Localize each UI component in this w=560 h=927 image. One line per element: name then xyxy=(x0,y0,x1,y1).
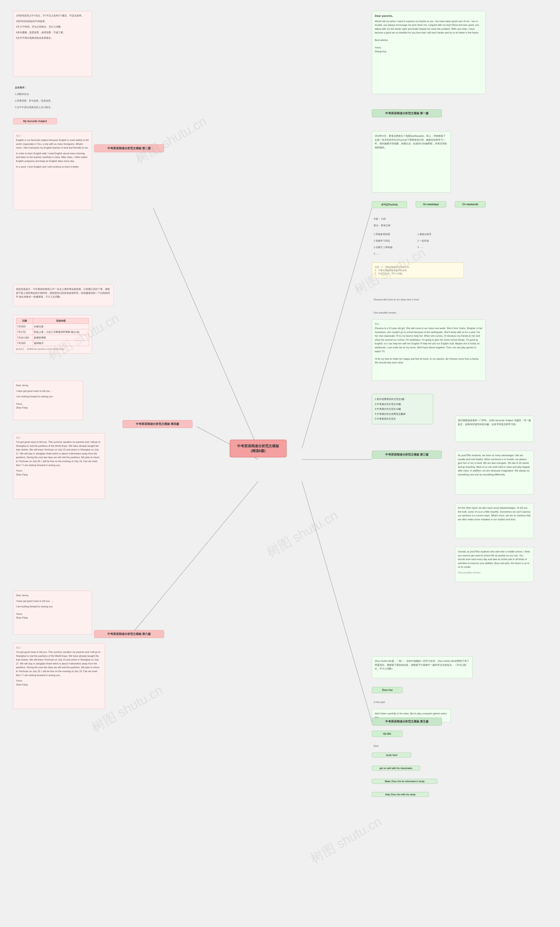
notes-text: 注意：1、字数控制在80-100词左右。 2、不要出现你的姓名和学校名称。 3、… xyxy=(375,265,461,275)
branch-5-label: 中考英语阅读分析范文模板 第五篇 xyxy=(385,720,429,723)
watermark-1: 树图 shutu.cn xyxy=(132,112,210,168)
schedule-row-3: 7月18-19日 参观世博馆 xyxy=(16,335,89,340)
req2: 2.应事清楚，有句连续，语直连贯。 xyxy=(13,99,55,103)
article1-letter: Dear parents, Words fail me when I want … xyxy=(372,11,486,94)
article1-item1: 1.带她参观校园 xyxy=(372,232,392,237)
essay1-closing: I'll do my best to make her happy and fe… xyxy=(375,357,483,365)
article5-intro: Zhou HuiGe Bin是，一组一，活动中他俩的一对学习伙伴。Zhou Hu… xyxy=(372,656,472,678)
ge-bin-node: Ge Bin xyxy=(372,731,402,737)
schedule-row-1: 7月15日 从家出发 xyxy=(16,324,89,329)
zhuoma-name-node: 卓玛(Zhuoma) xyxy=(372,201,407,208)
article1-para2-zh: 2010年4月，青海玉树发生了地震(earthquake)。班上，学校收留了女孩… xyxy=(375,134,448,149)
article3-overall: Overall, as post790s students who will e… xyxy=(455,547,534,582)
article1-item4: 4.…… xyxy=(372,252,382,255)
article3-body1: As post790s students, we have so many ad… xyxy=(455,451,534,494)
in-the-past-label: In the past xyxy=(372,700,387,704)
watermark-4: 树图 shutu.cn xyxy=(263,506,341,562)
article4-letter-template: Dear Jenny, I have got good news to tell… xyxy=(13,381,83,420)
svg-line-5 xyxy=(131,481,258,634)
article1-notes: 注意：1、字数控制在80-100词左右。 2、不要出现你的姓名和学校名称。 3、… xyxy=(372,263,464,278)
overall-hint: 总体要求： xyxy=(13,85,29,90)
fanwen-item-3: 3.中考满分作文范文10篇 xyxy=(375,407,430,412)
essay1-body: Zhuoma is a 13-year-old girl. She will c… xyxy=(375,327,483,353)
fanwen-item-2: 2.中考满分作文范文20篇 xyxy=(375,402,430,407)
article1-item3: 3.在餐厅上帮助她 xyxy=(372,245,394,250)
article1-closing1: Best wishes, xyxy=(375,38,483,42)
zhuoma-intro: Zhuoma will come to our class next 's fr… xyxy=(372,298,421,301)
hometown-label: 家乡：青海玉树 xyxy=(372,223,392,228)
req1: 1.词数80左右 xyxy=(13,92,31,96)
on-weekends: On weekends xyxy=(462,203,478,206)
branch-3-label: 中考英语阅读分析范文模板 第三篇 xyxy=(385,453,429,456)
branch-1-label: 中考英语阅读分析范文模板 第一篇 xyxy=(385,112,429,115)
on-weekdays-node: On weekdays xyxy=(416,201,446,207)
article1-sub1: 1.邀她去家里 xyxy=(416,232,433,237)
svg-line-4 xyxy=(302,481,372,722)
on-weekends-node: On weekends xyxy=(455,201,486,207)
article2-essay-body: 范文： English is my favourite subject beca… xyxy=(13,131,92,210)
now-label: Now xyxy=(372,744,380,748)
date-col-header: 日期 xyxy=(16,318,33,324)
article2-requirements: 1内容包括至少3个优点，2个不足之处和1个建议，可适当发挥。 2/85号内内容如… xyxy=(13,11,92,77)
article1-sub3: 3.…… xyxy=(416,245,426,249)
article1-essay-body: 范文： Zhuoma is a 13-year-old girl. She wi… xyxy=(372,319,486,381)
schedule-row-2: 7月17日 到达上海，入住汇天商酒店时博展 场(公会) xyxy=(16,329,89,335)
article1-body: Words fail me when I want to express my … xyxy=(375,20,483,35)
article6-letter: Dear Jenny, I have got good news to tell… xyxy=(13,591,92,634)
fanwen-item-4: 4.中考满分作文优秀范文翻译 xyxy=(375,412,430,416)
branch-4-label: 中考英语阅读分析范文模板 第四篇 xyxy=(136,422,179,426)
watermark-6: 树图 shutu.cn xyxy=(307,813,385,868)
req3: 3.文中不得出现真实的人名与校名。 xyxy=(13,105,55,109)
article4-essay: 范文： I've got good news to tell you. This… xyxy=(13,433,105,499)
zhuoma-name: 卓玛(Zhuoma) xyxy=(381,203,398,206)
branch-6: 中考英语阅读分析范文模板 第六篇 xyxy=(94,630,164,638)
branch-3: 中考英语阅读分析范文模板 第三篇 xyxy=(372,451,442,459)
article4-intro: 假设你是赵方，今年暑假你将和心中一名去上海世博会园览展。父母都已买好了票，请根据… xyxy=(13,284,114,306)
schedule-row-4: 7月20日 返回镇川 xyxy=(16,340,89,346)
article1-scenario: 2010年4月，青海玉树发生了地震(earthquake)。班上，学校收留了女孩… xyxy=(372,131,451,193)
central-title: 中考英语阅读分析范文模板(精选6篇) xyxy=(237,444,279,453)
age-label: 年龄：13岁 xyxy=(372,217,388,221)
activity-col-header: 活动内容 xyxy=(33,318,89,324)
svg-line-1 xyxy=(153,208,258,448)
help-zhou-node: Help Zhou Hui with his study xyxy=(372,792,429,797)
fanwen-list: 1.初中优秀英语作文范文5篇 2.中考满分作文范文20篇 3.中考满分作文范文1… xyxy=(372,394,433,424)
zhou-hui-node: Zhou Hui xyxy=(372,687,402,693)
branch-4: 中考英语阅读分析范文模板 第四篇 xyxy=(123,420,193,428)
branch-2-label: 中考英语阅读分析范文模板 第二篇 xyxy=(108,147,151,150)
one-possible-1: One possible version: xyxy=(372,311,399,315)
article3-intro: 请仔细阅读读者的一门学科，以My favourite Subject 为题目，写… xyxy=(455,416,534,442)
fanwen-item-1: 1.初中优秀英语作文范文5篇 xyxy=(375,397,430,402)
fanwen-item-5: 5.中考英语作文范文 xyxy=(375,416,430,421)
article1-closing2: Yours, xyxy=(375,46,483,50)
central-node: 中考英语阅读分析范文模板(精选6篇) xyxy=(230,440,287,457)
article1-heading: Dear parents, xyxy=(375,14,483,18)
article1-sub2: 2.一起吃饭 xyxy=(416,239,431,243)
branch-6-label: 中考英语阅读分析范文模板 第六篇 xyxy=(108,632,151,635)
article4-schedule: 日期 活动内容 7月15日 从家出发 7月17日 到达上海，入住汇天商酒店时博展… xyxy=(13,315,92,354)
pavilions-label: 参考词汇：世博馆 the pavilions of the World Expo xyxy=(16,347,89,351)
article1-item2: 2.道她学习用品 xyxy=(372,239,392,243)
branch-5: 中考英语阅读分析范文模板 第五篇 xyxy=(372,717,442,725)
article3-body2: On the other hand, we also have some dis… xyxy=(455,503,534,538)
my-favourite-subject: My favourite Subject xyxy=(13,118,57,124)
get-on-classmates-node: get on well with his classmates xyxy=(372,766,420,770)
branch-2: 中考英语阅读分析范文模板 第二篇 xyxy=(94,144,164,152)
article6-essay: 范文： I've got good news to tell you. This… xyxy=(13,643,105,709)
make-zhou-node: Make Zhou Hui be interested in study xyxy=(372,779,437,784)
article1-closing3: Zhang hua xyxy=(375,50,483,53)
svg-line-0 xyxy=(302,208,372,448)
branch-1: 中考英语阅读分析范文模板 第一篇 xyxy=(372,109,442,117)
study-hard-node: study hard xyxy=(372,753,411,757)
on-weekdays: On weekdays xyxy=(423,203,439,206)
